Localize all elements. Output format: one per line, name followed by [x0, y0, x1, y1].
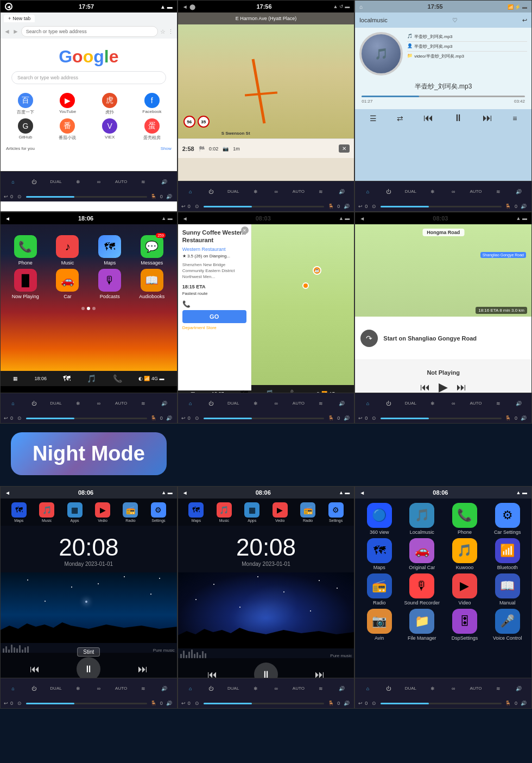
- night-grid-kuwooo[interactable]: 🎵 Kuwooo: [445, 538, 485, 570]
- night2-app-settings[interactable]: ⚙ Settings: [328, 502, 344, 522]
- browser-back[interactable]: ◄: [4, 28, 10, 35]
- home-icon-2[interactable]: ⌂: [186, 187, 195, 196]
- cp-podcasts[interactable]: 🎙 Podcasts: [90, 269, 129, 299]
- shuffle-btn[interactable]: ⇄: [397, 114, 403, 123]
- night-grid-filemanager[interactable]: 📁 File Manager: [402, 609, 442, 641]
- night-app-vedio[interactable]: ▶ Vedio: [95, 502, 110, 522]
- night-prev-1[interactable]: ⏮: [30, 664, 40, 675]
- shortcut-facebook[interactable]: f Facebook: [132, 93, 172, 115]
- shortcut-baidu[interactable]: 百 百度一下: [6, 93, 45, 115]
- url-input[interactable]: Search or type web address: [21, 26, 158, 37]
- np-next[interactable]: ⏭: [457, 382, 466, 393]
- cp-messages[interactable]: 💬 259 Messages: [132, 235, 172, 266]
- shortcut-viex[interactable]: V VIEX: [90, 118, 129, 141]
- wave-icon-1[interactable]: ≋: [139, 178, 148, 186]
- ac-icon-1[interactable]: ❄: [74, 178, 83, 186]
- cp-car[interactable]: 🚗 Car: [48, 269, 87, 299]
- playlist-btn[interactable]: ☰: [370, 114, 377, 123]
- night-grid-video[interactable]: ▶ Video: [445, 573, 485, 606]
- night-app-music[interactable]: 🎵 Music: [39, 502, 54, 522]
- night2-app-music[interactable]: 🎵 Music: [217, 502, 232, 522]
- ac-icon-2[interactable]: ❄: [251, 187, 260, 196]
- night-app-radio[interactable]: 📻 Radio: [123, 502, 138, 522]
- browser-forward[interactable]: ►: [12, 28, 19, 35]
- back-button-1[interactable]: ◄: [5, 3, 12, 10]
- playlist-item-1[interactable]: 🎵 半壶纱_刘珂矣.mp3: [407, 32, 527, 42]
- night2-app-vedio[interactable]: ▶ Vedio: [273, 502, 288, 522]
- night2-app-maps[interactable]: 🗺 Maps: [188, 502, 204, 522]
- night-grid-dspsettings[interactable]: 🎛 DspSettings: [445, 609, 485, 641]
- cp-maps[interactable]: 🗺 Maps: [90, 235, 129, 266]
- shortcut-youtube[interactable]: ▶ YouTube: [48, 93, 87, 115]
- night-grid-360[interactable]: 🔵 360 view: [359, 503, 399, 535]
- cp-audiobooks[interactable]: 📖 Audiobooks: [132, 269, 172, 299]
- seat-icon-1[interactable]: 🪑: [149, 192, 158, 201]
- night-app-apps[interactable]: ▦ Apps: [67, 502, 83, 522]
- bookmark-icon[interactable]: ☆: [160, 28, 166, 35]
- close-btn[interactable]: ✕: [241, 226, 249, 234]
- next-btn[interactable]: ⏭: [483, 112, 492, 124]
- cp-back[interactable]: ◄: [5, 216, 10, 222]
- sound-icon-1[interactable]: 🔊: [165, 192, 174, 201]
- cp-map-icon[interactable]: 🗺: [63, 374, 71, 383]
- night-back-3[interactable]: ◄: [359, 490, 365, 496]
- night-back-2[interactable]: ◄: [182, 490, 188, 496]
- go-button[interactable]: GO: [182, 310, 246, 323]
- progress-bar[interactable]: [362, 96, 525, 97]
- playlist-item-3[interactable]: 📁 video/半壶纱_刘珂矣.mp3: [407, 52, 527, 61]
- cp-phone-icon[interactable]: 📞: [113, 374, 122, 383]
- link-icon-1[interactable]: ∞: [94, 178, 103, 186]
- music-back[interactable]: ↩: [522, 17, 527, 24]
- night-grid-recorder[interactable]: 🎙 Sound Recorder: [402, 573, 442, 606]
- power-icon-2[interactable]: ⏻: [207, 187, 216, 196]
- pause-btn[interactable]: ⏸: [453, 112, 463, 124]
- browser-search-box[interactable]: Search or type web address: [11, 71, 166, 84]
- back-icon-1[interactable]: ↩: [4, 194, 8, 199]
- shortcut-hupao[interactable]: 虎 虎扑: [90, 93, 129, 115]
- link-icon-2[interactable]: ∞: [272, 187, 281, 196]
- night2-app-radio[interactable]: 📻 Radio: [300, 502, 315, 522]
- browser-new-tab[interactable]: + New tab: [4, 15, 35, 22]
- night-grid-bluetooth[interactable]: 📶 Bluetooth: [487, 538, 527, 570]
- night-grid-carsettings[interactable]: ⚙ Car Settings: [487, 503, 527, 535]
- playlist-item-2[interactable]: 👤 半壶纱_刘珂矣.mp3: [407, 42, 527, 52]
- np-prev[interactable]: ⏮: [420, 382, 430, 393]
- control-bar-2: ⌂ ⏻ DUAL ❄ ∞ AUTO ≋ 🔊 ↩ 0 ⊙ 🪑 0 🔊: [178, 181, 354, 211]
- power-icon-1[interactable]: ⏻: [29, 178, 38, 186]
- shortcut-fanqie[interactable]: 番 番茄小说: [48, 118, 87, 141]
- cp-nowplaying[interactable]: ▐▌ Now Playing: [6, 269, 45, 299]
- night-app-settings[interactable]: ⚙ Settings: [151, 502, 166, 522]
- vol-slider-1[interactable]: [26, 196, 147, 198]
- cp-phone[interactable]: 📞 Phone: [6, 235, 45, 266]
- night2-app-apps[interactable]: ▦ Apps: [244, 502, 259, 522]
- cp-music-icon[interactable]: 🎵: [87, 374, 96, 383]
- nav-close-btn[interactable]: ✕: [339, 144, 350, 153]
- night-grid-originalcar[interactable]: 🚗 Original Car: [402, 538, 442, 570]
- music-heart[interactable]: ♡: [452, 17, 458, 24]
- night-grid-voicecontrol[interactable]: 🎤 Voice Control: [487, 609, 527, 641]
- cp-music[interactable]: ♪ Music: [48, 235, 87, 266]
- prev-btn[interactable]: ⏮: [423, 112, 433, 124]
- steer-icon-1[interactable]: ⊙: [15, 192, 24, 201]
- nav-back-arrow[interactable]: ◄: [182, 4, 188, 10]
- home-icon-1[interactable]: ⌂: [9, 178, 17, 186]
- night-app-maps[interactable]: 🗺 Maps: [11, 502, 27, 522]
- shortcut-danke[interactable]: 蛋 蛋壳租房: [132, 118, 172, 141]
- eq-btn[interactable]: ≡: [512, 114, 517, 123]
- night-back-1[interactable]: ◄: [5, 490, 10, 496]
- night-grid-localmusic[interactable]: 🎵 Localmusic: [402, 503, 442, 535]
- vol-icon-2[interactable]: 🔊: [337, 187, 346, 196]
- show-link[interactable]: Show: [161, 146, 172, 151]
- night-grid-avin[interactable]: 📷 Avin: [359, 609, 399, 641]
- menu-icon[interactable]: ⋮: [168, 28, 174, 35]
- vol-icon-1[interactable]: 🔊: [160, 178, 168, 186]
- phone-icon[interactable]: 📞: [182, 300, 191, 308]
- night-grid-manual[interactable]: 📖 Manual: [487, 573, 527, 606]
- shortcut-github[interactable]: G GitHub: [6, 118, 45, 141]
- wave-icon-2[interactable]: ≋: [316, 187, 325, 196]
- nav-home-circle[interactable]: ⬤: [189, 4, 195, 10]
- night-grid-phone[interactable]: 📞 Phone: [445, 503, 485, 535]
- night-grid-radio[interactable]: 📻 Radio: [359, 573, 399, 606]
- night-next-1[interactable]: ⏭: [138, 664, 148, 675]
- night-grid-maps[interactable]: 🗺 Maps: [359, 538, 399, 570]
